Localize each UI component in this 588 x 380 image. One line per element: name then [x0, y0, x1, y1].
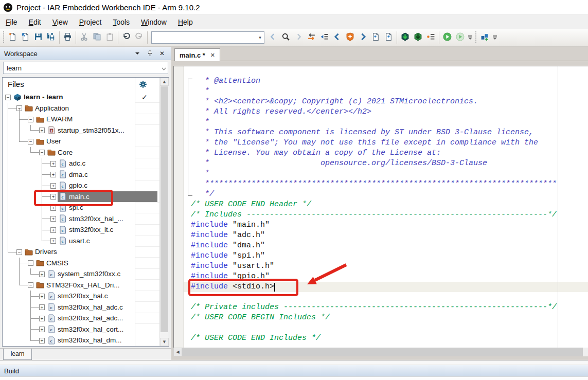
menu-view[interactable]: View	[47, 18, 74, 26]
scrollbar-thumb[interactable]	[182, 348, 583, 356]
close-icon[interactable]: ✕	[210, 52, 215, 59]
code-editor[interactable]: * @attention * * <h2><center>&copy; Copy…	[173, 66, 588, 348]
save-all-button[interactable]	[45, 31, 58, 44]
tree-vertical-scrollbar[interactable]: ▲ ▼	[159, 78, 169, 346]
debug-without-downloading-button[interactable]	[454, 31, 467, 44]
toggle-navigate-button[interactable]	[305, 31, 318, 44]
tree-item-cmsis[interactable]: −CMSIS	[3, 258, 160, 269]
print-button[interactable]	[61, 31, 74, 44]
search-next-button[interactable]	[292, 31, 305, 44]
tree-item-user[interactable]: −User	[3, 136, 160, 148]
editor-horizontal-scrollbar[interactable]: ◀	[173, 348, 588, 356]
quick-search-combobox[interactable]: ▾	[151, 31, 264, 44]
expand-plus-icon[interactable]: +	[50, 161, 56, 167]
custom-build-tool-button[interactable]	[478, 31, 491, 44]
breakpoint-gutter[interactable]	[174, 66, 184, 348]
tree-item-dma-c[interactable]: +cdma.c	[3, 169, 160, 180]
configuration-selector[interactable]: learn	[3, 62, 168, 74]
make-button[interactable]	[399, 31, 412, 44]
tree-item-learn-learn[interactable]: −learn - learn✓	[3, 92, 160, 103]
tree-item-core[interactable]: −Core	[3, 147, 160, 158]
toolbar-grip[interactable]	[2, 31, 5, 44]
menu-edit[interactable]: Edit	[23, 18, 47, 26]
expand-plus-icon[interactable]: +	[50, 194, 56, 200]
batch-build-button[interactable]	[424, 31, 437, 44]
expand-plus-icon[interactable]: +	[39, 327, 45, 332]
tree-item-stm32f0xx-hal-cort-[interactable]: +cstm32f0xx_hal_cort...	[3, 324, 160, 335]
tree-item-drivers[interactable]: −Drivers	[3, 247, 160, 258]
menu-help[interactable]: Help	[172, 18, 199, 26]
download-and-debug-button[interactable]	[441, 31, 454, 44]
expand-plus-icon[interactable]: +	[50, 216, 56, 222]
tree-item-stm32f0xx-hal-[interactable]: +cstm32f0xx_hal_...	[3, 213, 160, 225]
tree-item-startup-stm32f051x-[interactable]: +astartup_stm32f051x...	[3, 125, 160, 136]
redo-button[interactable]	[133, 31, 146, 44]
expand-plus-icon[interactable]: +	[39, 316, 45, 321]
tree-item-stm32f0xx-hal-dm-[interactable]: +cstm32f0xx_hal_dm...	[3, 335, 160, 347]
collapse-minus-icon[interactable]: −	[5, 95, 11, 100]
menu-tools[interactable]: Tools	[107, 18, 135, 26]
tree-item-stm32f0xx-hal-adc-[interactable]: +cstm32f0xx_hal_adc...	[3, 313, 160, 324]
workspace-tab-learn[interactable]: learn	[3, 349, 32, 360]
tree-item-stm32f0xx-it-c[interactable]: +cstm32f0xx_it.c	[3, 225, 160, 236]
next-document-button[interactable]	[382, 31, 395, 44]
menu-file[interactable]: File	[0, 18, 23, 26]
search-previous-button[interactable]	[266, 31, 279, 44]
scroll-up-icon[interactable]: ▲	[160, 78, 169, 86]
expand-plus-icon[interactable]: +	[50, 238, 56, 244]
tree-item-adc-c[interactable]: +cadc.c	[3, 158, 160, 170]
expand-plus-icon[interactable]: +	[39, 304, 45, 310]
chevron-down-icon[interactable]	[135, 51, 140, 56]
undo-button[interactable]	[120, 31, 133, 44]
expand-plus-icon[interactable]: +	[39, 272, 45, 277]
toolbar-grip[interactable]	[474, 31, 477, 44]
tree-item-gpio-c[interactable]: +cgpio.c	[3, 180, 160, 192]
toolbar-overflow-2[interactable]	[491, 31, 498, 44]
expand-plus-icon[interactable]: +	[50, 227, 56, 233]
collapse-minus-icon[interactable]: −	[28, 117, 33, 122]
tree-item-stm32f0xx-hal-c[interactable]: +cstm32f0xx_hal.c	[3, 291, 160, 302]
next-bookmark-button[interactable]	[357, 31, 369, 44]
collapse-minus-icon[interactable]: −	[16, 249, 22, 255]
tree-item-usart-c[interactable]: +cusart.c	[3, 236, 160, 247]
previous-bookmark-button[interactable]	[331, 31, 344, 44]
build-panel-header[interactable]: Build	[0, 365, 588, 376]
pin-icon[interactable]	[147, 50, 153, 57]
tree-item-system-stm32f0xx-c[interactable]: +csystem_stm32f0xx.c	[3, 269, 160, 280]
collapse-minus-icon[interactable]: −	[28, 139, 33, 144]
toggle-bookmark-button[interactable]	[344, 31, 357, 44]
expand-plus-icon[interactable]: +	[39, 128, 45, 133]
chevron-down-icon[interactable]: ▾	[256, 35, 264, 40]
tree-item-spi-c[interactable]: +cspi.c	[3, 203, 160, 214]
scroll-left-icon[interactable]: ◀	[173, 348, 182, 356]
menu-project[interactable]: Project	[74, 18, 108, 26]
gear-icon[interactable]	[139, 80, 147, 91]
collapse-minus-icon[interactable]: −	[28, 260, 33, 266]
search-button[interactable]	[279, 31, 292, 44]
expand-plus-icon[interactable]: +	[39, 294, 45, 299]
compile-button[interactable]	[412, 31, 424, 44]
collapse-minus-icon[interactable]: −	[39, 150, 45, 155]
paste-button[interactable]	[103, 31, 116, 44]
tree-item-application[interactable]: −Application	[3, 103, 160, 114]
open-file-button[interactable]	[19, 31, 32, 44]
expand-plus-icon[interactable]: +	[39, 338, 45, 343]
menu-window[interactable]: Window	[135, 18, 172, 26]
collapse-minus-icon[interactable]: −	[28, 282, 33, 288]
expand-plus-icon[interactable]: +	[50, 172, 56, 177]
tree-item-main-c[interactable]: +cmain.c	[3, 191, 160, 203]
expand-plus-icon[interactable]: +	[50, 183, 56, 189]
save-button[interactable]	[32, 31, 45, 44]
new-file-button[interactable]	[6, 31, 19, 44]
tree-item-ewarm[interactable]: −EWARM	[3, 114, 160, 125]
go-to-list-button[interactable]	[318, 31, 331, 44]
toolbar-overflow-1[interactable]	[467, 31, 473, 44]
copy-button[interactable]	[91, 31, 103, 44]
tree-item-stm32f0xx-hal-dri-[interactable]: −STM32F0xx_HAL_Dri...	[3, 280, 160, 291]
editor-tab-main-c[interactable]: main.c * ✕	[174, 48, 220, 61]
expand-plus-icon[interactable]: +	[50, 205, 56, 211]
scrollbar-thumb[interactable]	[161, 86, 168, 332]
cut-button[interactable]	[78, 31, 91, 44]
tree-item-stm32f0xx-hal-adc-c[interactable]: +cstm32f0xx_hal_adc.c	[3, 302, 160, 313]
scroll-down-icon[interactable]: ▼	[160, 338, 169, 346]
